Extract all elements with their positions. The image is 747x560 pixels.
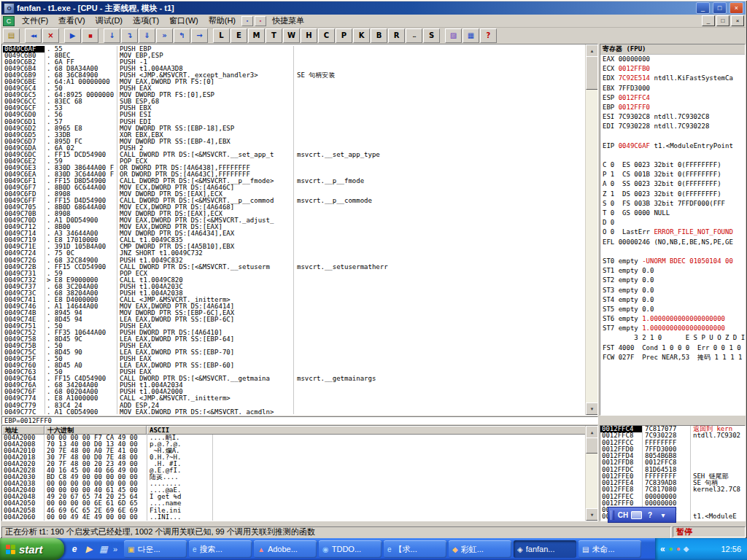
dump-row[interactable]: 004A203800 00 00 00 00 00 00 00........ xyxy=(2,481,597,487)
mdi-minimize-button[interactable]: _ xyxy=(702,15,715,26)
disasm-row[interactable]: 0049C732> E8 E9000000CALL t1.0049C820 xyxy=(3,277,585,284)
register-line[interactable]: EBP 0012FFF0 xyxy=(600,103,745,112)
scroll-thumb[interactable] xyxy=(586,438,598,454)
view-windows-button[interactable]: W xyxy=(283,28,300,43)
disasm-row[interactable]: 0049C6D0. 56PUSH ESI xyxy=(3,112,585,118)
menu-options[interactable]: 选项(T) xyxy=(128,15,164,27)
register-line[interactable]: Z 1 DS 0023 32bit 0(FFFFFFFF) xyxy=(600,190,745,199)
menu-help[interactable]: 帮助(H) xyxy=(204,15,241,27)
disasm-row[interactable]: 0049C758. 8D45 9CLEA EAX,DWORD PTR SS:[E… xyxy=(3,336,585,343)
disasm-row[interactable]: 0049C705. 8B0D 68644A00MOV ECX,DWORD PTR… xyxy=(3,204,585,211)
scroll-thumb[interactable] xyxy=(586,56,598,90)
disasm-row[interactable]: 0049C6FD. 8908MOV DWORD PTR DS:[EAX],ECX xyxy=(3,191,585,198)
view-source-button[interactable]: S xyxy=(423,28,440,43)
tray-red-icon[interactable]: ● xyxy=(676,545,681,553)
disasm-row[interactable]: 0049C6FF. FF15 D4D54900CALL DWORD PTR DS… xyxy=(3,198,585,204)
tray-input-icon[interactable]: ◆ xyxy=(684,545,689,553)
langbar-grip[interactable] xyxy=(611,510,614,520)
animate-over-button[interactable]: » xyxy=(156,28,173,43)
disasm-row[interactable]: 0049C6CF. 53PUSH EBX xyxy=(3,105,585,112)
open-file-button[interactable]: ▤ xyxy=(3,28,20,43)
dump-row[interactable]: 004A202840 16 45 00 40 66 49 00@.E.@fI. xyxy=(2,467,597,474)
register-line[interactable]: EDI 7C930228 ntdll.7C930228 xyxy=(600,122,745,131)
register-line[interactable]: ST3 empty 0.0 xyxy=(600,286,745,295)
disasm-row[interactable]: 0049C6F1. FF15 D8D54900CALL DWORD PTR DS… xyxy=(3,178,585,184)
disasm-row[interactable]: 0049C6C4. 50PUSH EAX xyxy=(3,85,585,92)
start-button[interactable]: start xyxy=(0,538,64,560)
mdi-close-button[interactable]: × xyxy=(731,15,744,26)
plugin-icon-1[interactable]: ▪ xyxy=(241,16,253,26)
disasm-row[interactable]: 0049C75B. 50PUSH EAX xyxy=(3,343,585,349)
dump-row[interactable]: 004A200000 00 00 00 F7 CA 49 00....鸸I. xyxy=(2,435,597,441)
close-button[interactable]: × xyxy=(729,2,743,14)
disasm-row[interactable]: 0049C764. FF15 C4D54900CALL DWORD PTR DS… xyxy=(3,376,585,382)
help-button[interactable]: ? xyxy=(480,28,497,43)
close-program-button[interactable]: × xyxy=(42,28,59,43)
language-indicator[interactable]: CH xyxy=(616,511,630,519)
disasm-row[interactable]: 0049C6B2. 6A FFPUSH -1 xyxy=(3,59,585,66)
quicklaunch-desktop-icon[interactable]: ▦ xyxy=(98,543,109,555)
stack-row[interactable]: 0012FFD48054B6B8 xyxy=(600,453,745,459)
view-references-button[interactable]: R xyxy=(388,28,405,43)
disasm-row[interactable]: 0049C6D5. 33DBXOR EBX,EBX xyxy=(3,132,585,139)
register-line[interactable] xyxy=(600,132,745,141)
stack-row[interactable]: 0012FFE87C817080kernel32.7C8 xyxy=(600,486,745,493)
register-line[interactable]: ST2 empty 0.0 xyxy=(600,276,745,285)
debug-options-button[interactable]: ▨ xyxy=(445,28,462,43)
dump-row[interactable]: 004A206000 00 49 4E 49 00 00 00..INI... xyxy=(2,514,597,521)
scroll-up-icon[interactable]: ▲ xyxy=(586,44,598,57)
dump-row[interactable]: 004A204000 00 00 00 40 61 45 00....@aE. xyxy=(2,487,597,494)
register-line[interactable]: EDX 7C92E514 ntdll.KiFastSystemCa xyxy=(600,74,745,83)
stack-row[interactable]: 0012FFD80012FFC8 xyxy=(600,459,745,466)
disasm-row[interactable]: 0049C719. E8 17010000CALL t1.0049C835 xyxy=(3,237,585,244)
register-line[interactable]: ST5 empty 0.0 xyxy=(600,305,745,314)
scroll-up-icon[interactable]: ▲ xyxy=(586,426,598,438)
disasm-row[interactable]: 0049C760. 8D45 A0LEA EAX,DWORD PTR SS:[E… xyxy=(3,362,585,369)
disasm-row[interactable]: 0049C6E2. 59POP ECX xyxy=(3,158,585,165)
langbar-options-icon[interactable]: ▾ xyxy=(657,511,670,519)
register-line[interactable]: C 0 ES 0023 32bit 0(FFFFFFFF) xyxy=(600,160,745,170)
disasm-row[interactable]: 0049C6CC. 83EC 68SUB ESP,68 xyxy=(3,98,585,105)
disasm-row[interactable]: 0049C763. 50PUSH EAX xyxy=(3,369,585,376)
maximize-button[interactable]: □ xyxy=(713,2,727,14)
disasm-scrollbar[interactable]: ▲ ▼ xyxy=(585,44,597,415)
register-line[interactable]: ST6 empty 1.0000000000000000000 xyxy=(600,314,745,324)
taskbar-button[interactable]: ◆彩虹... xyxy=(449,540,511,558)
run-button[interactable]: ▶ xyxy=(64,28,81,43)
mdi-restore-button[interactable]: □ xyxy=(716,15,729,26)
disasm-row[interactable]: 0049C73C. 68 38204A00PUSH t1.004A2038 xyxy=(3,290,585,297)
disasm-row[interactable]: 0049C70B. 8908MOV DWORD PTR DS:[EAX],ECX xyxy=(3,211,585,217)
register-line[interactable]: ESI 7C9302C8 ntdll.7C9302C8 xyxy=(600,112,745,122)
disasm-row[interactable]: 0049C6C5. 64:8925 0000000MOV DWORD PTR F… xyxy=(3,92,585,98)
disasm-row[interactable]: 0049C712. 8B00MOV EAX,DWORD PTR DS:[EAX] xyxy=(3,224,585,230)
tray-chevron-icon[interactable]: « xyxy=(660,544,665,554)
disasm-row[interactable]: 0049C70D. A1 D0D54900MOV EAX,DWORD PTR D… xyxy=(3,217,585,224)
disasm-row[interactable]: 0049C6DC. FF15 DCD54900CALL DWORD PTR DS… xyxy=(3,152,585,158)
view-breakpoints-button[interactable]: B xyxy=(371,28,387,43)
view-run-trace-button[interactable]: ... xyxy=(406,28,422,43)
disasm-row[interactable]: 0049C774. E8 A1000000CALL <JMP.&MSVCRT._… xyxy=(3,395,585,402)
register-line[interactable]: FST 4000 Cond 1 0 0 0 Err 0 0 1 0 (EQ) xyxy=(600,343,745,353)
disasm-row[interactable]: 0049C751. 50PUSH EAX xyxy=(3,323,585,330)
taskbar-button[interactable]: e【求... xyxy=(384,540,446,558)
view-patches-button[interactable]: P xyxy=(336,28,352,43)
register-line[interactable]: FCW 027F Prec NEAR,53 掩码 1 1 1 1 1 1 xyxy=(600,353,745,362)
step-into-button[interactable]: ↓ xyxy=(104,28,120,43)
disasm-row[interactable]: 0049C6D7. 895D FCMOV DWORD PTR SS:[EBP-4… xyxy=(3,139,585,145)
menu-view[interactable]: 查看(V) xyxy=(53,15,90,27)
view-cpu-button[interactable]: C xyxy=(318,28,335,43)
register-line[interactable] xyxy=(600,151,745,160)
dump-row[interactable]: 004A201830 7F 48 00 D0 7E 48 000.H.?~H. xyxy=(2,454,597,461)
view-handles-button[interactable]: H xyxy=(301,28,317,43)
view-log-button[interactable]: L xyxy=(213,28,230,43)
register-line[interactable]: ST4 empty 0.0 xyxy=(600,295,745,305)
register-line[interactable]: EIP 0049C6AF t1.<ModuleEntryPoint xyxy=(600,141,745,151)
dump-row[interactable]: 004A205846 69 6C 65 2E 69 6E 69File.ini xyxy=(2,508,597,514)
disasm-row[interactable]: 0049C75C. 8D45 90LEA EAX,DWORD PTR SS:[E… xyxy=(3,349,585,356)
disasm-row[interactable]: 0049C6D1. 57PUSH EDI xyxy=(3,119,585,125)
register-line[interactable]: O 0 LastErr ERROR_FILE_NOT_FOUND xyxy=(600,228,745,237)
register-line[interactable]: EBX 7FFD3000 xyxy=(600,84,745,93)
register-line[interactable]: ST0 empty -UNORM BDEC 01050104 00 xyxy=(600,257,745,266)
register-line[interactable]: ECX 0012FFB0 xyxy=(600,64,745,74)
disasm-row[interactable]: 0049C77C. A1 C0D54900MOV EAX,DWORD PTR D… xyxy=(3,409,585,414)
